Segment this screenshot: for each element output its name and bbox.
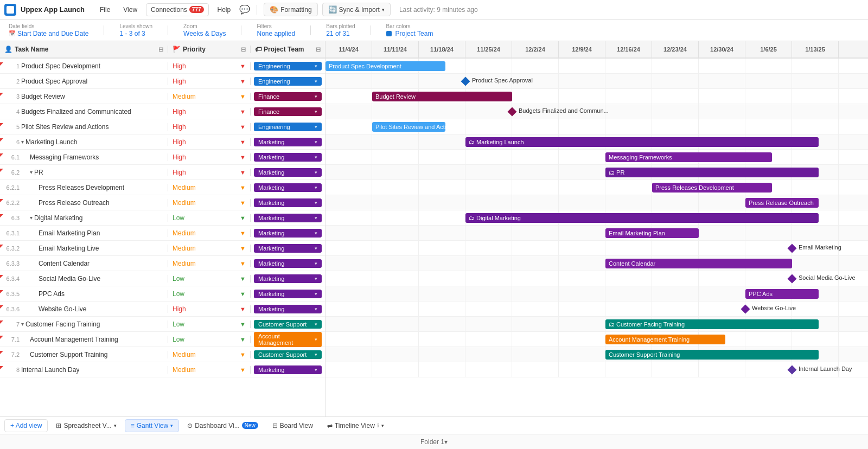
task-row[interactable]: 7.2 Customer Support Training Medium ▼ C… (0, 347, 325, 362)
team-cell[interactable]: Marketing ▾ (251, 290, 325, 298)
gantt-bar[interactable]: 🗂 PR (605, 168, 819, 177)
bar-colors-value[interactable]: Project Team (386, 30, 433, 37)
gantt-diamond[interactable] (741, 305, 750, 314)
menu-view[interactable]: View (119, 4, 142, 16)
task-row[interactable]: 7.1 Account Management Training Low ▼ Ac… (0, 332, 325, 347)
team-filter-icon[interactable]: ⊟ (316, 46, 321, 53)
team-cell[interactable]: Account Management ▾ (251, 332, 325, 347)
gantt-bar[interactable]: 🗂 Digital Marketing (465, 213, 819, 223)
team-dropdown-icon[interactable]: ▾ (315, 306, 317, 312)
expand-icon[interactable]: ▾ (30, 169, 33, 175)
gantt-bar[interactable]: Account Management Training (605, 335, 725, 344)
task-row[interactable]: 6.2.2 Press Release Outreach Medium ▼ Ma… (0, 195, 325, 210)
task-row[interactable]: 6.3.4 Social Media Go-Live Low ▼ Marketi… (0, 271, 325, 286)
add-view-button[interactable]: + Add view (4, 419, 48, 432)
team-dropdown-icon[interactable]: ▾ (315, 109, 317, 114)
task-row[interactable]: 7 ▾ Customer Facing Training Low ▼ Custo… (0, 317, 325, 332)
team-dropdown-icon[interactable]: ▾ (315, 230, 317, 236)
team-cell[interactable]: Marketing ▾ (251, 198, 325, 207)
menu-file[interactable]: File (95, 4, 114, 16)
task-row[interactable]: 6.3.3 Content Calendar Medium ▼ Marketin… (0, 256, 325, 271)
team-dropdown-icon[interactable]: ▾ (315, 246, 317, 251)
tab-spreadsheet[interactable]: ⊞ Spreadsheet V... ▾ (50, 419, 122, 432)
tab-dashboard[interactable]: ⊙ Dashboard Vi... New (181, 419, 264, 432)
team-cell[interactable]: Marketing ▾ (251, 214, 325, 222)
task-row[interactable]: 6.2.1 Press Releases Development Medium … (0, 180, 325, 195)
team-dropdown-icon[interactable]: ▾ (315, 215, 317, 221)
tab-timeline[interactable]: ⇌ Timeline View ℹ ▾ (321, 419, 390, 432)
team-cell[interactable]: Engineering ▾ (251, 77, 325, 86)
task-row[interactable]: 6.3.5 PPC Ads Low ▼ Marketing ▾ (0, 286, 325, 302)
team-cell[interactable]: Marketing ▾ (251, 365, 325, 374)
bars-value[interactable]: 21 of 31 (326, 30, 355, 37)
task-row[interactable]: 8 Internal Launch Day Medium ▼ Marketing… (0, 362, 325, 377)
gantt-bar[interactable]: 🗂 Marketing Launch (465, 137, 819, 147)
task-row[interactable]: 4 Budgets Finalized and Communicated Hig… (0, 104, 325, 119)
connections-button[interactable]: Connections 777 (146, 3, 208, 16)
gantt-bar[interactable]: Content Calendar (605, 259, 792, 268)
filters-value[interactable]: None applied (257, 30, 295, 37)
task-row[interactable]: 6.3 ▾ Digital Marketing Low ▼ Marketing … (0, 210, 325, 226)
team-dropdown-icon[interactable]: ▾ (315, 79, 317, 84)
task-row[interactable]: 1 Product Spec Development High ▼ Engine… (0, 59, 325, 74)
team-dropdown-icon[interactable]: ▾ (315, 124, 317, 130)
team-cell[interactable]: Marketing ▾ (251, 229, 325, 238)
menu-help[interactable]: Help (213, 4, 235, 16)
task-row[interactable]: 6.3.6 Website Go-Live High ▼ Marketing ▾ (0, 302, 325, 317)
gantt-diamond[interactable] (508, 107, 517, 117)
sync-import-button[interactable]: 🔄 Sync & Import ▾ (322, 3, 391, 16)
team-dropdown-icon[interactable]: ▾ (315, 367, 317, 373)
gantt-bar[interactable]: Messaging Frameworks (605, 152, 772, 162)
team-dropdown-icon[interactable]: ▾ (315, 185, 317, 190)
expand-icon[interactable]: ▾ (30, 215, 33, 221)
task-row[interactable]: 2 Product Spec Approval High ▼ Engineeri… (0, 74, 325, 89)
date-fields-value[interactable]: 📅 Start Date and Due Date (9, 30, 88, 37)
team-cell[interactable]: Engineering ▾ (251, 62, 325, 70)
gantt-bar[interactable]: Pilot Sites Review and Actions (372, 122, 445, 132)
team-cell[interactable]: Marketing ▾ (251, 153, 325, 162)
team-cell[interactable]: Marketing ▾ (251, 138, 325, 146)
task-row[interactable]: 6.3.1 Email Marketing Plan Medium ▼ Mark… (0, 226, 325, 241)
taskname-filter-icon[interactable]: ⊟ (158, 46, 163, 53)
team-cell[interactable]: Marketing ▾ (251, 244, 325, 253)
task-row[interactable]: 3 Budget Review Medium ▼ Finance ▾ (0, 89, 325, 104)
team-cell[interactable]: Marketing ▾ (251, 259, 325, 268)
team-dropdown-icon[interactable]: ▾ (315, 276, 317, 281)
team-cell[interactable]: Finance ▾ (251, 107, 325, 116)
expand-icon[interactable]: ▾ (21, 321, 24, 327)
team-cell[interactable]: Marketing ▾ (251, 305, 325, 313)
gantt-bar[interactable]: Budget Review (372, 92, 512, 101)
priority-filter-icon[interactable]: ⊟ (241, 46, 246, 53)
gantt-bar[interactable]: Press Release Outreach (745, 198, 819, 208)
team-dropdown-icon[interactable]: ▾ (315, 337, 317, 342)
gantt-diamond[interactable] (788, 365, 797, 375)
team-dropdown-icon[interactable]: ▾ (315, 94, 317, 99)
gantt-bar[interactable]: Customer Support Training (605, 350, 819, 360)
gantt-diamond[interactable] (461, 77, 470, 86)
chat-icon[interactable]: 💬 (239, 4, 250, 15)
task-row[interactable]: 6 ▾ Marketing Launch High ▼ Marketing ▾ (0, 134, 325, 150)
team-dropdown-icon[interactable]: ▾ (315, 139, 317, 145)
team-cell[interactable]: Engineering ▾ (251, 123, 325, 131)
team-cell[interactable]: Customer Support ▾ (251, 320, 325, 329)
folder-label[interactable]: Folder 1 (420, 438, 444, 446)
levels-value[interactable]: 1 - 3 of 3 (119, 30, 152, 37)
team-cell[interactable]: Finance ▾ (251, 92, 325, 101)
expand-icon[interactable]: ▾ (21, 139, 24, 145)
gantt-bar[interactable]: Press Releases Development (652, 183, 772, 193)
task-row[interactable]: 6.3.2 Email Marketing Live Medium ▼ Mark… (0, 241, 325, 256)
team-cell[interactable]: Customer Support ▾ (251, 350, 325, 359)
gantt-bar[interactable]: Email Marketing Plan (605, 228, 699, 238)
team-dropdown-icon[interactable]: ▾ (315, 63, 317, 69)
gantt-diamond[interactable] (788, 274, 797, 284)
tab-gantt[interactable]: ≡ Gantt View ▾ (125, 419, 180, 432)
tab-board[interactable]: ⊟ Board View (266, 419, 319, 432)
task-row[interactable]: 5 Pilot Sites Review and Actions High ▼ … (0, 119, 325, 134)
team-cell[interactable]: Marketing ▾ (251, 168, 325, 177)
team-dropdown-icon[interactable]: ▾ (315, 352, 317, 357)
zoom-value[interactable]: Weeks & Days (183, 30, 226, 37)
team-dropdown-icon[interactable]: ▾ (315, 170, 317, 175)
team-dropdown-icon[interactable]: ▾ (315, 291, 317, 297)
gantt-bar[interactable]: 🗂 Customer Facing Training (605, 319, 819, 329)
gantt-bar[interactable]: Product Spec Development (326, 61, 445, 71)
